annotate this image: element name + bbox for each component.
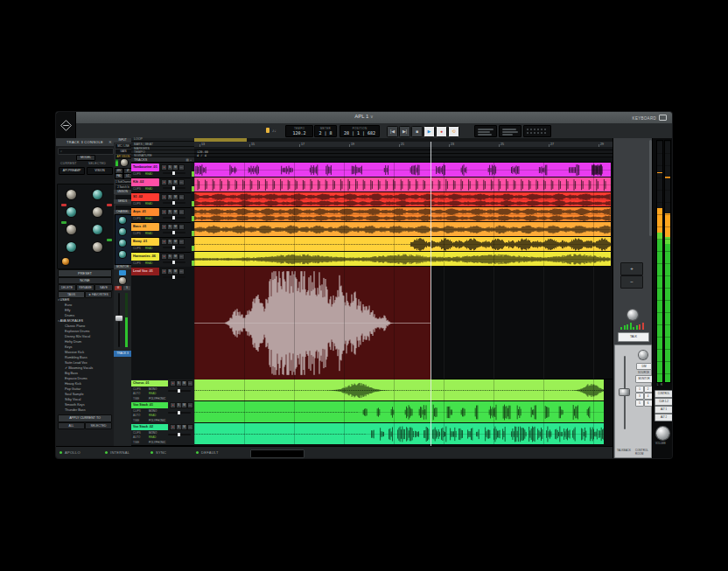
playhead[interactable] (430, 142, 431, 447)
module-knob[interactable] (119, 228, 126, 235)
more-button[interactable]: ⋯ (178, 209, 185, 215)
auto-read-label[interactable]: READ (145, 247, 152, 250)
timeline-area[interactable]: 131517192123252729 120.00 4 / 4 (194, 138, 612, 446)
detail-value[interactable]: MONO (149, 387, 157, 391)
clips-mode-label[interactable]: CLIPS (133, 202, 141, 205)
zoom-out-button[interactable]: − (620, 275, 643, 289)
keyboard-toggle[interactable]: KEYBOARD (633, 115, 667, 121)
track-name-tab[interactable]: Kik .02 (131, 178, 159, 186)
detail-value[interactable]: READ (149, 435, 156, 439)
volume-slider[interactable] (168, 390, 191, 392)
track-name-tab[interactable]: Vox Stack .02 (131, 424, 168, 430)
volume-knob[interactable] (656, 427, 669, 440)
solo-button[interactable]: S (123, 286, 130, 290)
more-button[interactable]: ⋯ (187, 402, 193, 408)
monitor-source-button[interactable]: MONITOR (635, 375, 653, 383)
record-arm-button[interactable]: ● (170, 380, 176, 386)
tab-favorites[interactable]: ★ FAVORITES (85, 291, 112, 298)
more-button[interactable]: ⋯ (178, 179, 185, 185)
more-button[interactable]: ⋯ (178, 224, 185, 230)
mute-button[interactable]: M (172, 194, 178, 200)
detail-value[interactable]: MONO (149, 431, 157, 435)
dim-knob[interactable] (639, 351, 648, 359)
mute-button[interactable]: M (181, 424, 187, 430)
record-arm-button[interactable]: ● (170, 402, 176, 408)
auto-read-label[interactable]: READ (145, 202, 152, 205)
mute-button[interactable]: M (172, 239, 178, 245)
strip-gain-knob[interactable] (121, 159, 128, 166)
track-name-tab[interactable]: Vox Stack .01 (131, 402, 168, 408)
delete-button[interactable]: DELETE (58, 284, 76, 291)
track-name-tab[interactable]: S1 .02 (131, 193, 159, 201)
track-name-tab[interactable]: Lead Vox .01 (131, 268, 159, 275)
zoom-in-button[interactable]: + (620, 262, 643, 275)
metronome-icon[interactable]: ♪♩ (272, 128, 279, 133)
mute-button[interactable]: M (172, 254, 178, 260)
footer-item-internal[interactable]: INTERNAL (110, 450, 130, 455)
record-arm-button[interactable]: ● (161, 268, 167, 275)
console-knob[interactable] (66, 207, 76, 217)
record-button[interactable]: ● (436, 126, 447, 137)
audio-clip[interactable] (194, 163, 611, 178)
meter-display[interactable]: METER 2 | 8 (314, 125, 337, 137)
console-led-button[interactable] (61, 204, 66, 206)
volume-slider[interactable] (163, 232, 186, 233)
track-name-tab[interactable]: Arps .01 (131, 208, 159, 216)
apply-current-button[interactable]: APPLY CURRENT TO (58, 414, 112, 422)
focus-track-name[interactable]: TRACK 3 (114, 351, 131, 357)
pan-knob[interactable] (119, 277, 126, 284)
module-knob[interactable] (119, 251, 126, 258)
record-arm-button[interactable]: ● (161, 179, 167, 185)
apply-all-button[interactable]: ALL (58, 422, 85, 429)
monitor-play-icon[interactable] (119, 270, 126, 275)
out-button-control-room[interactable]: CONTROL ROOM (654, 390, 672, 398)
auto-read-label[interactable]: READ (145, 261, 152, 265)
out-button-cue-1-2[interactable]: CUE 1-2 (654, 398, 672, 406)
cue-button-4[interactable]: 4 (644, 393, 653, 400)
prev-button[interactable]: |◀ (387, 126, 398, 137)
cue-button-2[interactable]: 2 (644, 386, 653, 393)
clips-mode-label[interactable]: CLIPS (133, 217, 141, 220)
tab-tags[interactable]: TAGS (58, 291, 85, 298)
volume-slider[interactable] (163, 261, 186, 263)
mute-button[interactable]: M (172, 209, 178, 215)
stop-button[interactable]: ■ (411, 126, 423, 137)
apply-selected-button[interactable]: SELECTED (85, 422, 112, 429)
record-arm-button[interactable]: ● (161, 239, 167, 245)
record-arm-button[interactable]: ● (161, 209, 167, 215)
clips-mode-label[interactable]: CLIPS (133, 261, 141, 265)
more-button[interactable]: ⋯ (187, 380, 193, 386)
mute-button[interactable]: M (172, 224, 178, 230)
out-button-alt-2[interactable]: ALT 2 (654, 414, 672, 421)
search-input[interactable]: ⌕ (58, 148, 114, 155)
console-knob[interactable] (66, 225, 76, 234)
selected-model-button[interactable]: VISION (87, 167, 113, 175)
talk-button[interactable]: TALK (618, 332, 649, 342)
track-name-tab[interactable]: Chorus .01 (131, 380, 168, 386)
mute-button[interactable]: M (181, 380, 187, 386)
more-button[interactable]: ⋯ (187, 424, 193, 430)
tempo-display[interactable]: TEMPO 120.2 (285, 125, 313, 137)
console-strip-graphic[interactable] (57, 184, 115, 269)
record-arm-button[interactable]: ● (170, 424, 176, 430)
mute-button[interactable]: M (115, 286, 122, 290)
preset-button[interactable]: PRESET (58, 269, 112, 277)
console-knob[interactable] (93, 190, 102, 199)
play-button[interactable]: ▶ (424, 126, 435, 137)
ua-logo-icon[interactable] (56, 112, 76, 138)
more-button[interactable]: ⋯ (178, 194, 185, 200)
clips-mode-label[interactable]: CLIPS (133, 232, 141, 235)
mute-button[interactable]: M (172, 179, 178, 185)
console-led-button[interactable] (107, 239, 112, 241)
close-icon[interactable]: ✕ (108, 138, 112, 146)
cue-button-5[interactable]: 5 (635, 400, 644, 407)
console-knob[interactable] (66, 190, 76, 199)
talkback-fader-cap[interactable] (620, 389, 629, 395)
auto-read-label[interactable]: READ (145, 217, 152, 220)
console-knob[interactable] (93, 207, 102, 217)
clips-mode-label[interactable]: CLIPS (133, 172, 141, 176)
console-knob-orange[interactable] (62, 258, 69, 265)
record-arm-button[interactable]: ● (161, 224, 167, 230)
next-button[interactable]: ▶| (399, 126, 410, 137)
detail-value[interactable]: READ (149, 414, 156, 417)
